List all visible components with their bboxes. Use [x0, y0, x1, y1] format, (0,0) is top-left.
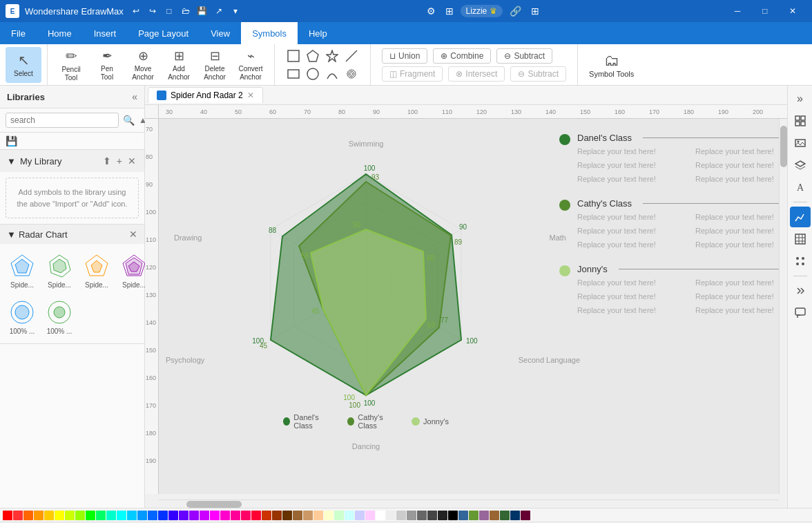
select-tool[interactable]: ↖ Select — [6, 47, 41, 83]
share-btn[interactable]: ↗ — [212, 4, 226, 18]
color-fuchsia[interactable] — [210, 511, 220, 520]
my-library-header[interactable]: ▼ My Library ⬆ + ✕ — [0, 150, 144, 172]
color-gray[interactable] — [407, 511, 416, 520]
color-sand[interactable] — [303, 511, 313, 520]
search-input[interactable] — [6, 113, 119, 128]
color-green2[interactable] — [96, 511, 106, 520]
color-pink[interactable] — [220, 511, 230, 520]
right-panel-collapse-btn[interactable] — [790, 280, 811, 301]
color-charcoal[interactable] — [427, 511, 437, 520]
pentagon-shape[interactable] — [305, 48, 320, 64]
color-green[interactable] — [86, 511, 95, 520]
color-blue[interactable] — [137, 511, 147, 520]
add-library-btn[interactable]: + — [115, 154, 124, 168]
right-panel-expand-btn[interactable]: » — [790, 88, 811, 109]
color-maroon[interactable] — [521, 511, 530, 520]
more-btn[interactable]: ▾ — [229, 4, 242, 18]
color-lime[interactable] — [65, 511, 75, 520]
color-mint[interactable] — [334, 511, 344, 520]
undo-btn[interactable]: ↩ — [129, 4, 143, 18]
right-panel-image-btn[interactable] — [790, 133, 811, 153]
circle-shape[interactable] — [305, 66, 320, 82]
star-shape[interactable] — [325, 48, 340, 64]
scrollbar-vertical[interactable] — [779, 119, 787, 494]
color-lime2[interactable] — [75, 511, 85, 520]
settings-icon[interactable]: ⚙ — [424, 4, 438, 18]
color-dark[interactable] — [438, 511, 447, 520]
color-yellow[interactable] — [44, 511, 54, 520]
menu-insert[interactable]: Insert — [83, 22, 128, 44]
menu-file[interactable]: File — [0, 22, 37, 44]
color-gray-dark[interactable] — [417, 511, 427, 520]
color-steel-blue[interactable] — [458, 511, 468, 520]
color-dark-red[interactable] — [262, 511, 271, 520]
color-cyan[interactable] — [117, 511, 126, 520]
convert-anchor-tool[interactable]: ⌁ ConvertAnchor — [233, 47, 269, 83]
radar-item-2[interactable]: Spide... — [80, 249, 113, 292]
move-anchor-tool[interactable]: ⊕ MoveAnchor — [125, 47, 161, 83]
right-panel-grid-btn[interactable] — [790, 251, 811, 272]
combine-btn[interactable]: ⊕ Combine — [433, 48, 491, 64]
save-btn[interactable]: 💾 — [195, 4, 209, 18]
color-cream[interactable] — [324, 511, 334, 520]
sidebar-collapse-btn[interactable]: « — [132, 91, 137, 102]
subtract1-btn[interactable]: ⊖ Subtract — [496, 48, 552, 64]
color-sky[interactable] — [127, 511, 137, 520]
right-panel-table-btn[interactable] — [790, 229, 811, 249]
menu-help[interactable]: Help — [298, 22, 338, 44]
color-indigo[interactable] — [168, 511, 178, 520]
share2-icon[interactable]: 🔗 — [507, 4, 524, 18]
color-teal[interactable] — [106, 511, 116, 520]
spiral-shape[interactable] — [344, 66, 359, 82]
color-rose[interactable] — [231, 511, 240, 520]
color-lavender[interactable] — [355, 511, 365, 520]
square-shape[interactable] — [286, 48, 301, 64]
color-orange[interactable] — [23, 511, 33, 520]
rect-shape[interactable] — [286, 66, 301, 82]
color-yellow2[interactable] — [55, 511, 64, 520]
right-panel-text-btn[interactable]: A — [790, 177, 811, 198]
right-panel-layers-btn[interactable] — [790, 155, 811, 175]
color-red[interactable] — [3, 511, 12, 520]
scrollbar-h-thumb[interactable] — [186, 501, 242, 508]
close-btn[interactable]: ✕ — [779, 0, 806, 22]
menu-symbols[interactable]: Symbols — [241, 22, 298, 44]
nav-save-icon[interactable]: 💾 — [6, 135, 17, 146]
arc-shape[interactable] — [325, 66, 340, 82]
menu-view[interactable]: View — [200, 22, 241, 44]
color-caramel[interactable] — [490, 511, 499, 520]
color-mauve[interactable] — [479, 511, 489, 520]
share-icon[interactable]: ⊞ — [443, 4, 456, 18]
radar-item-4[interactable]: 100% ... — [6, 296, 39, 338]
color-purple[interactable] — [189, 511, 199, 520]
team-icon[interactable]: ⊞ — [528, 4, 542, 18]
close-library-btn[interactable]: ✕ — [126, 154, 137, 168]
color-brown[interactable] — [272, 511, 282, 520]
pen-tool[interactable]: ✒ PenTool — [89, 47, 125, 83]
user-badge[interactable]: Lizzie ♛ — [461, 5, 503, 17]
tab-close-btn[interactable]: ✕ — [247, 91, 254, 100]
color-dark-brown[interactable] — [282, 511, 292, 520]
color-navy[interactable] — [510, 511, 520, 520]
color-crimson[interactable] — [251, 511, 261, 520]
color-gray-light[interactable] — [396, 511, 406, 520]
right-panel-chart-btn[interactable] — [790, 207, 811, 227]
color-olive[interactable] — [469, 511, 478, 520]
symbol-tools-btn[interactable]: 🗂 Symbol Tools — [583, 52, 639, 78]
add-anchor-tool[interactable]: ⊞ AddAnchor — [161, 47, 197, 83]
menu-home[interactable]: Home — [37, 22, 83, 44]
color-blue2[interactable] — [148, 511, 157, 520]
scrollbar-horizontal[interactable] — [159, 500, 779, 508]
open-file-btn[interactable]: 🗁 — [179, 4, 193, 18]
tab-spider[interactable]: Spider And Radar 2 ✕ — [148, 87, 263, 103]
color-orange2[interactable] — [34, 511, 44, 520]
color-light-cyan[interactable] — [345, 511, 354, 520]
radar-item-5[interactable]: 100% ... — [43, 296, 76, 338]
radar-close-btn[interactable]: ✕ — [129, 229, 137, 240]
color-violet[interactable] — [179, 511, 188, 520]
scrollbar-thumb[interactable] — [780, 126, 787, 167]
pencil-tool[interactable]: ✏ PencilTool — [53, 47, 89, 83]
color-hot-pink[interactable] — [241, 511, 251, 520]
color-white[interactable] — [376, 511, 385, 520]
redo-btn[interactable]: ↪ — [146, 4, 160, 18]
